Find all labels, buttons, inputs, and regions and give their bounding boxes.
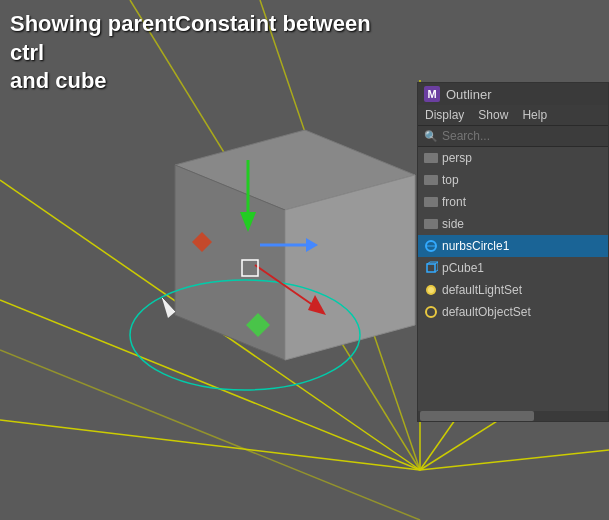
title-overlay: Showing parentConstaint between ctrl and…	[10, 10, 410, 96]
maya-icon: M	[424, 86, 440, 102]
title-text: Showing parentConstaint between ctrl and…	[10, 11, 371, 93]
item-label-top: top	[442, 173, 459, 187]
camera-icon-front	[424, 197, 438, 207]
outliner-panel: M Outliner Display Show Help 🔍 persp	[417, 82, 609, 422]
camera-icon-side	[424, 219, 438, 229]
search-input[interactable]	[442, 129, 602, 143]
item-label-side: side	[442, 217, 464, 231]
outliner-item-pcube1[interactable]: pCube1	[418, 257, 608, 279]
svg-point-35	[428, 287, 434, 293]
svg-rect-28	[427, 264, 435, 272]
object-set-icon	[424, 305, 438, 319]
item-label-defaultlightset: defaultLightSet	[442, 283, 522, 297]
outliner-title-bar: M Outliner	[418, 83, 608, 105]
outliner-search-bar: 🔍	[418, 126, 608, 147]
outliner-scrollbar-thumb[interactable]	[420, 411, 534, 421]
outliner-items-list: persp top front side	[418, 147, 608, 411]
nurbs-circle-icon	[424, 239, 438, 253]
outliner-item-top[interactable]: top	[418, 169, 608, 191]
outliner-item-defaultlightset[interactable]: defaultLightSet	[418, 279, 608, 301]
item-label-pcube1: pCube1	[442, 261, 484, 275]
light-set-icon	[424, 283, 438, 297]
outliner-item-persp[interactable]: persp	[418, 147, 608, 169]
outliner-item-side[interactable]: side	[418, 213, 608, 235]
outliner-item-nurbscircle1[interactable]: nurbsCircle1	[418, 235, 608, 257]
menu-help[interactable]: Help	[519, 107, 550, 123]
search-icon: 🔍	[424, 130, 438, 143]
svg-point-36	[426, 307, 436, 317]
menu-display[interactable]: Display	[422, 107, 467, 123]
item-label-nurbscircle1: nurbsCircle1	[442, 239, 509, 253]
viewport: Showing parentConstaint between ctrl and…	[0, 0, 609, 520]
outliner-title: Outliner	[446, 87, 492, 102]
outliner-item-defaultobjectset[interactable]: defaultObjectSet	[418, 301, 608, 323]
item-label-persp: persp	[442, 151, 472, 165]
outliner-scrollbar[interactable]	[418, 411, 608, 421]
camera-icon-persp	[424, 153, 438, 163]
item-label-front: front	[442, 195, 466, 209]
camera-icon-top	[424, 175, 438, 185]
menu-show[interactable]: Show	[475, 107, 511, 123]
outliner-menu-bar: Display Show Help	[418, 105, 608, 126]
outliner-item-front[interactable]: front	[418, 191, 608, 213]
cube-icon	[424, 261, 438, 275]
item-label-defaultobjectset: defaultObjectSet	[442, 305, 531, 319]
